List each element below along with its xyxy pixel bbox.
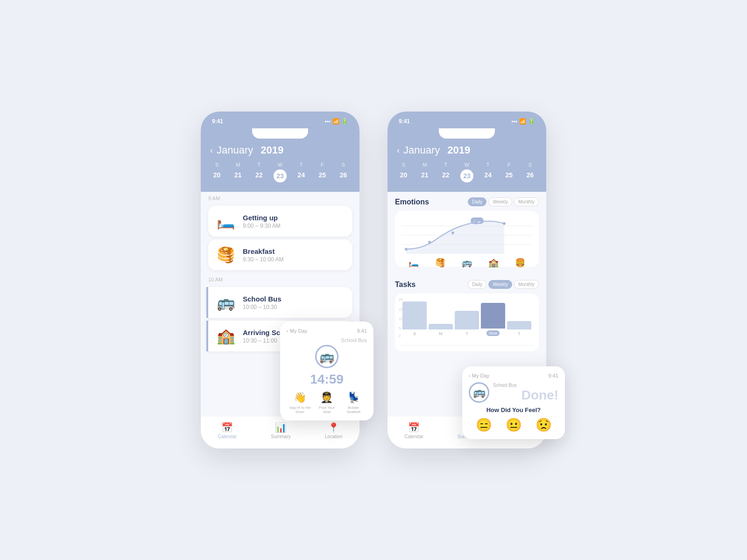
right-wifi-icon: 📶 [519,118,526,125]
day-col-2: T22 [248,162,269,182]
day-num-20[interactable]: 20 [206,169,227,181]
day-num-21[interactable]: 21 [414,169,435,181]
svg-point-10 [503,222,506,225]
day-col-0: S20 [393,162,414,182]
event-getting-up[interactable]: 🛏️ Getting up 9:00 – 9:30 AM [208,206,352,237]
day-label-T: T [291,162,312,168]
day-label-F: F [499,162,520,168]
day-label-M: M [414,162,435,168]
emotions-monthly-btn[interactable]: Monthly [514,197,539,206]
event-getting-up-time: 9:00 – 9:30 AM [243,223,281,229]
svg-point-7 [428,241,431,244]
day-num-26[interactable]: 26 [333,169,354,181]
emotions-section: Emotions Daily Weekly Monthly [388,192,546,274]
day-label-S: S [206,162,227,168]
day-label-S: S [393,162,414,168]
day-num-22[interactable]: 22 [248,169,269,181]
summary-nav-icon: 📊 [275,422,287,433]
notch [252,128,308,139]
location-nav-label: Location [325,434,343,439]
day-num-22[interactable]: 22 [435,169,456,181]
overlay-task-buckle: 💺 Buckle Seatbelt [342,392,365,414]
day-num-21[interactable]: 21 [227,169,248,181]
emoji-meh[interactable]: 😐 [506,417,522,433]
year: 2019 [261,144,283,156]
day-col-6: S26 [333,162,354,182]
tasks-title: Tasks [395,280,416,289]
emotions-daily-btn[interactable]: Daily [468,197,486,206]
day-num-24[interactable]: 24 [478,169,499,181]
right-calendar-week: S20M21T22W23T24F25S26 [388,162,546,186]
tasks-weekly-btn[interactable]: Weekly [488,280,512,289]
day-col-3: W23 [269,162,290,182]
back-arrow[interactable]: ‹ [210,146,213,155]
event-breakfast[interactable]: 🥞 Breakfast 9:30 – 10:00 AM [208,239,352,270]
event-school-bus-title: School Bus [243,295,282,303]
day-num-25[interactable]: 25 [499,169,520,181]
day-num-20[interactable]: 20 [393,169,414,181]
right-back-arrow[interactable]: ‹ [397,146,400,155]
time-label-10am: 10 AM [201,273,359,284]
y-label-15: 15 [399,308,403,312]
svg-point-9 [475,221,478,224]
overlay-task-seat: 🧑‍✈️ Find Your Seat [315,392,338,414]
bar-col-s: S [402,301,427,336]
emotions-svg: Now [401,217,533,254]
day-col-1: M21 [227,162,248,182]
calendar-nav-icon: 📅 [221,422,233,433]
nav-summary[interactable]: 📊 Summary [271,422,291,439]
emotions-weekly-btn[interactable]: Weekly [488,197,512,206]
task-seat-label: Find Your Seat [315,406,338,414]
day-num-24[interactable]: 24 [291,169,312,181]
svg-point-8 [451,231,454,234]
left-time: 9:41 [212,118,223,125]
bar-label-t: T [465,331,468,336]
emoji-neutral[interactable]: 😑 [476,417,492,433]
tasks-monthly-btn[interactable]: Monthly [514,280,539,289]
day-num-26[interactable]: 26 [520,169,541,181]
school-icon: 🏫 [216,327,236,345]
day-num-23[interactable]: 23 [460,169,473,182]
done-bus-icon: 🚌 [469,382,489,403]
day-col-5: F25 [499,162,520,182]
done-time: 9:41 [549,373,558,378]
left-calendar-week: S20M21T22W23T24F25S26 [201,162,359,186]
overlay-back[interactable]: ‹ My Day [287,328,307,334]
event-breakfast-title: Breakfast [243,247,283,255]
y-label-0: 0 [399,334,401,338]
bar-col-t2: T [507,321,531,336]
nav-calendar[interactable]: 📅 Calendar [218,422,237,439]
right-signal-icon: ▪▪▪ [511,118,517,125]
right-phone-wrapper: 9:41 ▪▪▪ 📶 🔋 ‹ January 2019 S20M21T22W23… [388,112,546,448]
buckle-icon: 💺 [347,392,360,404]
emotions-toggles: Daily Weekly Monthly [468,197,539,206]
day-num-23[interactable]: 23 [274,169,287,182]
day-col-0: S20 [206,162,227,182]
y-label-20: 20 [399,297,403,301]
event-school-bus-info: School Bus 10:00 – 10:30 [243,295,282,310]
bar-col-m: M [429,324,453,336]
y-label-10: 10 [399,317,403,321]
overlay-title: School Bus [287,337,367,343]
bar-label-s: S [413,331,416,336]
event-school-bus[interactable]: 🚌 School Bus 10:00 – 10:30 [206,287,352,318]
day-num-25[interactable]: 25 [312,169,333,181]
chart-emojis: 🛏️ 🥞 🚌 🏫 🍔 [401,258,533,268]
bar-s [402,301,427,329]
svg-point-6 [405,248,408,251]
emoji-sad[interactable]: 😟 [536,417,552,433]
day-label-W: W [269,162,290,168]
nav-location[interactable]: 📍 Location [325,422,343,439]
bar-t [455,311,479,329]
tasks-daily-btn[interactable]: Daily [468,280,486,289]
right-status-bar: 9:41 ▪▪▪ 📶 🔋 [388,112,546,128]
overlay-task-hi: 👋 Say Hi to the Diver [289,392,312,414]
tasks-header: Tasks Daily Weekly Monthly [395,280,539,289]
day-label-T: T [248,162,269,168]
day-label-S: S [520,162,541,168]
right-nav-calendar[interactable]: 📅 Calendar [404,422,423,439]
event-school-bus-time: 10:00 – 10:30 [243,304,282,310]
done-back[interactable]: ‹ My Day [469,373,489,378]
left-status-icons: ▪▪▪ 📶 🔋 [324,118,348,125]
emoji-4: 🏫 [488,258,499,268]
